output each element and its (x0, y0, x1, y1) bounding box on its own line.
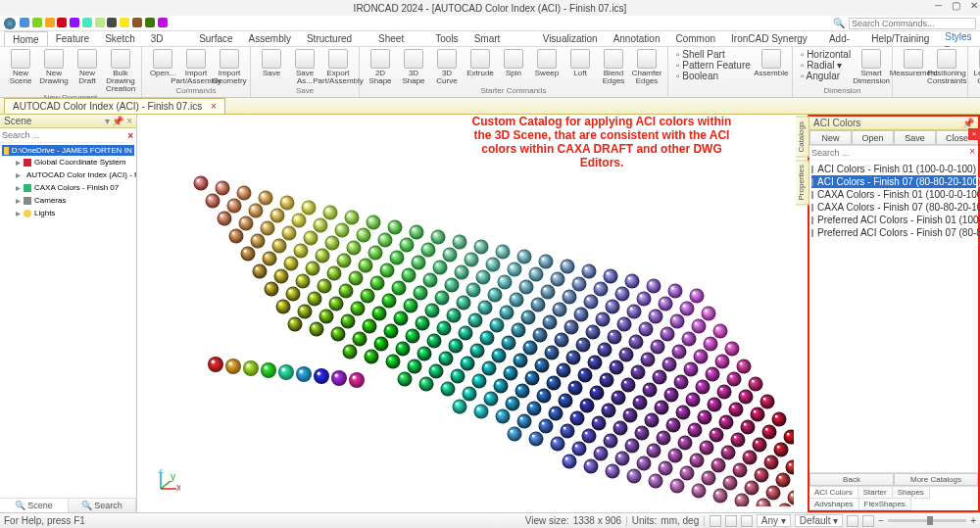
catalog-save-button[interactable]: Save (894, 130, 936, 145)
qat-button[interactable] (57, 18, 67, 27)
ribbon-cmd-bulk-drawing-creation[interactable]: Bulk Drawing Creation (106, 49, 135, 93)
side-tab-catalogs[interactable]: Catalogs (796, 117, 809, 158)
ribbon-tab-3d-curve[interactable]: 3D Curve (143, 31, 191, 46)
ribbon-tab-tools[interactable]: Tools (427, 31, 466, 46)
ribbon-mini-item[interactable]: ▫ Shell Part (674, 49, 753, 60)
scene-tree[interactable]: D:\OneDrive - JAMES FORTEN INDUSTRIAL LT… (0, 143, 136, 498)
ribbon-mini-item[interactable]: ▫ Boolean (674, 71, 753, 81)
scene-tab-search[interactable]: 🔍 Search (69, 499, 137, 512)
document-tab[interactable]: AUTOCAD Color Index (ACI) - Finish 07.ic… (4, 98, 225, 114)
catalog-list[interactable]: ACI Colors - Finish 01 (100-0-0-100)ACI … (809, 161, 978, 472)
catalog-tab-aci colors[interactable]: ACI Colors (809, 487, 858, 499)
qat-button[interactable] (82, 18, 92, 27)
status-tool-2[interactable] (725, 515, 737, 527)
qat-button[interactable] (20, 18, 29, 27)
ribbon-tab-visualization[interactable]: Visualization (535, 31, 606, 46)
ribbon-cmd-extrude[interactable]: Extrude (466, 49, 495, 85)
ribbon-cmd-3d-shape[interactable]: 3D Shape (399, 49, 428, 85)
ribbon-cmd-learning-center[interactable]: Learning Center (974, 49, 980, 85)
catalog-tab-flexshapes[interactable]: FlexShapes (859, 499, 911, 510)
styles-dropdown[interactable]: Styles ▾ (937, 31, 980, 46)
ribbon-cmd-assemble[interactable]: Assemble (757, 49, 786, 81)
ribbon-cmd-loft[interactable]: Loft (565, 49, 595, 85)
qat-button[interactable] (70, 18, 79, 27)
scene-search-clear-icon[interactable]: × (124, 130, 136, 141)
ribbon-cmd-save[interactable]: Save (257, 49, 286, 85)
tree-item[interactable]: ▸Lights (14, 207, 134, 219)
tree-item[interactable]: ▸Cameras (14, 194, 134, 207)
catalog-item[interactable]: CAXA Colors - Finish 01 (100-0-0-100) (811, 188, 976, 201)
catalog-open-button[interactable]: Open (852, 130, 894, 145)
ribbon-mini-item[interactable]: ▫ Radial ▾ (799, 60, 853, 71)
viewport-3d[interactable]: Custom Catalog for applying ACI colors w… (137, 115, 808, 512)
ribbon-mini-item[interactable]: ▫ Pattern Feature (674, 60, 753, 71)
ribbon-cmd-smart-dimension[interactable]: Smart Dimension (857, 49, 886, 85)
ribbon-mini-item[interactable]: ▫ Angular (799, 71, 853, 81)
ribbon-tab-add-ins[interactable]: Add-Ins (821, 31, 863, 46)
qat-button[interactable] (158, 18, 168, 27)
qat-button[interactable] (95, 18, 105, 27)
ribbon-tab-common[interactable]: Common (667, 31, 723, 46)
zoom-slider[interactable] (888, 519, 966, 522)
catalog-search-input[interactable] (809, 146, 966, 160)
ribbon-cmd-measurement[interactable]: Measurement (899, 49, 928, 85)
ribbon-tab-sheet-metal[interactable]: Sheet Metal (370, 31, 427, 46)
catalog-tab-shapes[interactable]: Shapes (893, 487, 930, 499)
ribbon-tab-feature[interactable]: Feature (48, 31, 97, 46)
ribbon-tab-structured-parts[interactable]: Structured Parts (299, 31, 370, 46)
tree-item[interactable]: ▸CAXA Colors - Finish 07 (14, 181, 134, 194)
side-tab-properties[interactable]: Properties (796, 160, 809, 205)
ribbon-cmd-3d-curve[interactable]: 3D Curve (432, 49, 462, 85)
ribbon-cmd-chamfer-edges[interactable]: Chamfer Edges (632, 49, 662, 85)
pin-icon[interactable]: ▾ 📌 × (105, 116, 132, 126)
ribbon-tab-smart-emarkup[interactable]: Smart eMarkup (466, 31, 535, 46)
catalog-nav-more-catalogs[interactable]: More Catalogs (894, 473, 978, 486)
qat-button[interactable] (107, 18, 117, 27)
app-menu-icon[interactable] (4, 18, 16, 29)
catalog-close-icon[interactable]: × (968, 128, 980, 140)
ribbon-tab-assembly[interactable]: Assembly (241, 31, 299, 46)
minimize-icon[interactable]: ─ (935, 0, 942, 11)
ribbon-cmd-2d-shape[interactable]: 2D Shape (366, 49, 395, 85)
catalog-tab-starter[interactable]: Starter (858, 487, 893, 499)
qat-button[interactable] (145, 18, 155, 27)
status-tool-5[interactable] (862, 515, 874, 527)
qat-button[interactable] (120, 18, 129, 27)
scene-search-input[interactable] (0, 128, 124, 142)
close-icon[interactable]: ✕ (970, 0, 978, 11)
status-tool-1[interactable] (710, 515, 721, 527)
ribbon-tab-sketch[interactable]: Sketch (97, 31, 143, 46)
catalog-item[interactable]: Preferred ACI Colors - Finish 01 (100-0-… (811, 214, 976, 226)
tree-item[interactable]: ▸AUTOCAD Color Index (ACI) - Finish 07 (14, 168, 134, 181)
ribbon-cmd-import-part-assembly[interactable]: Import Part/Assembly (181, 49, 211, 85)
catalog-new-button[interactable]: New (809, 130, 852, 145)
ribbon-cmd-new-drawing[interactable]: New Drawing (39, 49, 69, 93)
tree-item[interactable]: ▸Global Coordinate System (14, 156, 134, 168)
ribbon-cmd-new-draft[interactable]: New Draft (73, 49, 102, 93)
zoom-out-icon[interactable]: − (878, 515, 884, 526)
config-dropdown[interactable]: Default ▾ (795, 514, 843, 527)
catalog-item[interactable]: ACI Colors - Finish 01 (100-0-0-100) (811, 163, 976, 175)
scene-tab-scene[interactable]: 🔍 Scene (0, 499, 69, 512)
ribbon-tab-help-training[interactable]: Help/Training (863, 31, 937, 46)
ribbon-cmd-export-part-assembly[interactable]: Export Part/Assembly (323, 49, 353, 85)
qat-button[interactable] (32, 18, 42, 27)
catalog-item[interactable]: CAXA Colors - Finish 07 (80-80-20-100) (811, 201, 976, 214)
catalog-search-clear-icon[interactable]: × (966, 146, 978, 160)
ribbon-tab-home[interactable]: Home (4, 31, 48, 46)
snap-mode-dropdown[interactable]: Any ▾ (757, 514, 791, 527)
catalog-pin-icon[interactable]: 📌 (962, 118, 974, 128)
ribbon-mini-item[interactable]: ▫ Horizontal (799, 49, 853, 60)
maximize-icon[interactable]: ▢ (952, 0, 960, 11)
ribbon-tab-annotation[interactable]: Annotation (606, 31, 668, 46)
ribbon-cmd-spin[interactable]: Spin (499, 49, 528, 85)
catalog-tab-advshapes[interactable]: Advshapes (809, 499, 859, 510)
command-search[interactable]: 🔍 (833, 18, 976, 29)
catalog-item[interactable]: ACI Colors - Finish 07 (80-80-20-100) (811, 175, 976, 188)
status-tool-3[interactable] (741, 515, 753, 527)
catalog-nav-back[interactable]: Back (809, 473, 894, 486)
tree-root[interactable]: D:\OneDrive - JAMES FORTEN INDUSTRIAL LT… (2, 145, 134, 156)
qat-button[interactable] (132, 18, 142, 27)
catalog-item[interactable]: Preferred ACI Colors - Finish 07 (80-80-… (811, 226, 976, 239)
ribbon-tab-surface[interactable]: Surface (191, 31, 240, 46)
